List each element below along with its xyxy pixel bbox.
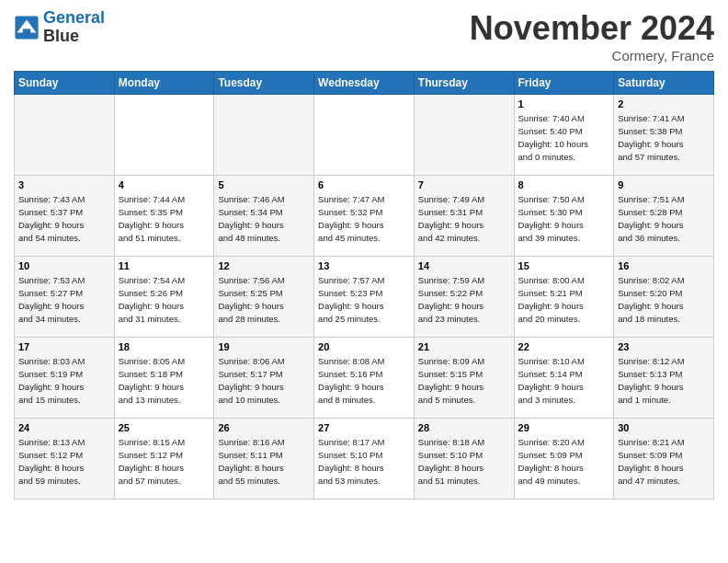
day-info: Sunrise: 7:41 AM Sunset: 5:38 PM Dayligh… <box>618 112 710 163</box>
weekday-header-cell: Saturday <box>614 72 714 95</box>
calendar-day-cell: 15Sunrise: 8:00 AM Sunset: 5:21 PM Dayli… <box>514 257 614 338</box>
day-number: 27 <box>318 421 410 435</box>
day-info: Sunrise: 7:43 AM Sunset: 5:37 PM Dayligh… <box>18 193 110 244</box>
day-info: Sunrise: 7:56 AM Sunset: 5:25 PM Dayligh… <box>218 274 310 325</box>
calendar-day-cell: 8Sunrise: 7:50 AM Sunset: 5:30 PM Daylig… <box>514 176 614 257</box>
day-info: Sunrise: 7:53 AM Sunset: 5:27 PM Dayligh… <box>18 274 110 325</box>
calendar-day-cell: 4Sunrise: 7:44 AM Sunset: 5:35 PM Daylig… <box>114 176 214 257</box>
weekday-header-cell: Wednesday <box>314 72 415 95</box>
day-info: Sunrise: 8:05 AM Sunset: 5:18 PM Dayligh… <box>119 355 210 406</box>
calendar-body: 1Sunrise: 7:40 AM Sunset: 5:40 PM Daylig… <box>15 95 714 500</box>
day-number: 22 <box>518 340 610 354</box>
day-number: 23 <box>618 340 710 354</box>
calendar-day-cell: 10Sunrise: 7:53 AM Sunset: 5:27 PM Dayli… <box>15 257 115 338</box>
day-info: Sunrise: 8:21 AM Sunset: 5:09 PM Dayligh… <box>618 436 710 487</box>
day-info: Sunrise: 8:10 AM Sunset: 5:14 PM Dayligh… <box>518 355 610 406</box>
logo: General Blue <box>14 9 105 46</box>
calendar-day-cell: 13Sunrise: 7:57 AM Sunset: 5:23 PM Dayli… <box>314 257 415 338</box>
day-number: 19 <box>218 340 310 354</box>
day-info: Sunrise: 8:18 AM Sunset: 5:10 PM Dayligh… <box>418 436 510 487</box>
day-number: 8 <box>518 178 610 192</box>
weekday-header-cell: Monday <box>114 72 214 95</box>
calendar-day-cell: 20Sunrise: 8:08 AM Sunset: 5:16 PM Dayli… <box>314 338 415 419</box>
day-number: 29 <box>518 421 610 435</box>
day-info: Sunrise: 8:02 AM Sunset: 5:20 PM Dayligh… <box>618 274 710 325</box>
calendar-day-cell <box>314 95 415 176</box>
day-number: 4 <box>119 178 210 192</box>
calendar-day-cell: 9Sunrise: 7:51 AM Sunset: 5:28 PM Daylig… <box>614 176 714 257</box>
calendar-day-cell: 18Sunrise: 8:05 AM Sunset: 5:18 PM Dayli… <box>114 338 214 419</box>
page-header: General Blue November 2024 Cormery, Fran… <box>14 9 714 63</box>
calendar-day-cell: 30Sunrise: 8:21 AM Sunset: 5:09 PM Dayli… <box>614 419 714 500</box>
calendar-day-cell: 6Sunrise: 7:47 AM Sunset: 5:32 PM Daylig… <box>314 176 415 257</box>
day-info: Sunrise: 7:51 AM Sunset: 5:28 PM Dayligh… <box>618 193 710 244</box>
weekday-header-cell: Tuesday <box>214 72 314 95</box>
day-number: 18 <box>119 340 210 354</box>
logo-text: General Blue <box>43 9 105 46</box>
calendar-day-cell: 3Sunrise: 7:43 AM Sunset: 5:37 PM Daylig… <box>15 176 115 257</box>
calendar-week-row: 24Sunrise: 8:13 AM Sunset: 5:12 PM Dayli… <box>15 419 714 500</box>
calendar-week-row: 17Sunrise: 8:03 AM Sunset: 5:19 PM Dayli… <box>15 338 714 419</box>
day-info: Sunrise: 8:20 AM Sunset: 5:09 PM Dayligh… <box>518 436 610 487</box>
day-number: 10 <box>18 259 110 273</box>
day-number: 20 <box>318 340 410 354</box>
calendar-day-cell: 1Sunrise: 7:40 AM Sunset: 5:40 PM Daylig… <box>514 95 614 176</box>
day-info: Sunrise: 7:50 AM Sunset: 5:30 PM Dayligh… <box>518 193 610 244</box>
day-number: 14 <box>418 259 510 273</box>
calendar-day-cell: 12Sunrise: 7:56 AM Sunset: 5:25 PM Dayli… <box>214 257 314 338</box>
day-info: Sunrise: 7:44 AM Sunset: 5:35 PM Dayligh… <box>119 193 210 244</box>
day-info: Sunrise: 8:15 AM Sunset: 5:12 PM Dayligh… <box>119 436 210 487</box>
calendar-day-cell: 23Sunrise: 8:12 AM Sunset: 5:13 PM Dayli… <box>614 338 714 419</box>
logo-line1: General <box>43 8 105 27</box>
logo-icon <box>14 15 40 40</box>
calendar-day-cell: 28Sunrise: 8:18 AM Sunset: 5:10 PM Dayli… <box>414 419 514 500</box>
day-info: Sunrise: 7:57 AM Sunset: 5:23 PM Dayligh… <box>318 274 410 325</box>
day-number: 9 <box>618 178 710 192</box>
day-number: 3 <box>18 178 110 192</box>
day-number: 24 <box>18 421 110 435</box>
calendar-day-cell: 22Sunrise: 8:10 AM Sunset: 5:14 PM Dayli… <box>514 338 614 419</box>
day-number: 12 <box>218 259 310 273</box>
calendar-day-cell: 24Sunrise: 8:13 AM Sunset: 5:12 PM Dayli… <box>15 419 115 500</box>
logo-line2: Blue <box>43 28 105 46</box>
calendar-day-cell: 27Sunrise: 8:17 AM Sunset: 5:10 PM Dayli… <box>314 419 415 500</box>
day-info: Sunrise: 8:16 AM Sunset: 5:11 PM Dayligh… <box>218 436 310 487</box>
calendar-day-cell: 26Sunrise: 8:16 AM Sunset: 5:11 PM Dayli… <box>214 419 314 500</box>
calendar-day-cell: 19Sunrise: 8:06 AM Sunset: 5:17 PM Dayli… <box>214 338 314 419</box>
day-number: 15 <box>518 259 610 273</box>
day-info: Sunrise: 8:00 AM Sunset: 5:21 PM Dayligh… <box>518 274 610 325</box>
calendar-week-row: 10Sunrise: 7:53 AM Sunset: 5:27 PM Dayli… <box>15 257 714 338</box>
day-number: 30 <box>618 421 710 435</box>
calendar-day-cell: 14Sunrise: 7:59 AM Sunset: 5:22 PM Dayli… <box>414 257 514 338</box>
day-info: Sunrise: 8:06 AM Sunset: 5:17 PM Dayligh… <box>218 355 310 406</box>
calendar-day-cell: 11Sunrise: 7:54 AM Sunset: 5:26 PM Dayli… <box>114 257 214 338</box>
day-number: 1 <box>518 98 610 111</box>
weekday-header-cell: Thursday <box>414 72 514 95</box>
calendar-day-cell: 5Sunrise: 7:46 AM Sunset: 5:34 PM Daylig… <box>214 176 314 257</box>
day-number: 11 <box>119 259 210 273</box>
day-number: 25 <box>119 421 210 435</box>
day-info: Sunrise: 8:03 AM Sunset: 5:19 PM Dayligh… <box>18 355 110 406</box>
day-number: 16 <box>618 259 710 273</box>
svg-rect-2 <box>23 29 30 36</box>
day-info: Sunrise: 8:17 AM Sunset: 5:10 PM Dayligh… <box>318 436 410 487</box>
day-number: 26 <box>218 421 310 435</box>
day-number: 21 <box>418 340 510 354</box>
weekday-header-cell: Sunday <box>15 72 115 95</box>
day-number: 28 <box>418 421 510 435</box>
calendar-week-row: 3Sunrise: 7:43 AM Sunset: 5:37 PM Daylig… <box>15 176 714 257</box>
calendar-day-cell <box>15 95 115 176</box>
day-info: Sunrise: 7:47 AM Sunset: 5:32 PM Dayligh… <box>318 193 410 244</box>
calendar-day-cell <box>414 95 514 176</box>
calendar-day-cell: 25Sunrise: 8:15 AM Sunset: 5:12 PM Dayli… <box>114 419 214 500</box>
day-info: Sunrise: 8:13 AM Sunset: 5:12 PM Dayligh… <box>18 436 110 487</box>
calendar-day-cell: 2Sunrise: 7:41 AM Sunset: 5:38 PM Daylig… <box>614 95 714 176</box>
calendar-day-cell: 16Sunrise: 8:02 AM Sunset: 5:20 PM Dayli… <box>614 257 714 338</box>
day-number: 6 <box>318 178 410 192</box>
calendar-day-cell <box>114 95 214 176</box>
day-number: 2 <box>618 98 710 111</box>
calendar-table: SundayMondayTuesdayWednesdayThursdayFrid… <box>14 71 714 500</box>
day-number: 5 <box>218 178 310 192</box>
weekday-header-cell: Friday <box>514 72 614 95</box>
month-title: November 2024 <box>470 9 714 48</box>
